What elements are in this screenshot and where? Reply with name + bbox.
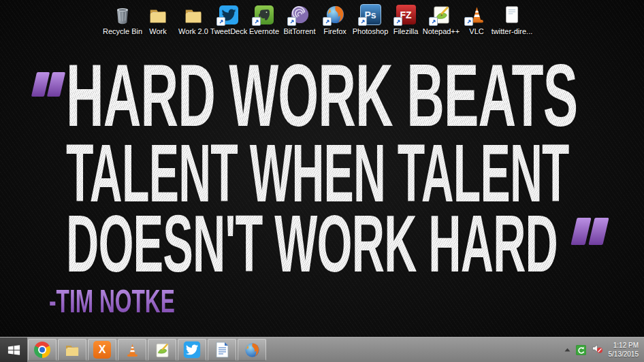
folder-icon	[181, 3, 206, 27]
desktop-icon-label: Work 2.0	[178, 27, 208, 35]
taskbar-button-writer-document[interactable]	[208, 339, 236, 361]
clock-date: 5/13/2015	[609, 350, 639, 359]
vlc-icon	[124, 342, 141, 359]
filezilla-icon: FZ	[393, 3, 418, 27]
desktop-icon-label: BitTorrent	[283, 27, 315, 35]
notepad-plus-plus-icon	[429, 3, 453, 27]
desktop-icon-photoshop[interactable]: Ps Photoshop	[353, 3, 388, 35]
desktop-icon-recycle-bin[interactable]: Recycle Bin	[105, 3, 140, 35]
recycle-bin-icon	[110, 3, 135, 27]
show-hidden-icons-button[interactable]	[564, 348, 570, 352]
desktop-icon-filezilla[interactable]: FZ Filezilla	[388, 3, 423, 35]
tweetdeck-icon	[216, 3, 241, 27]
twitter-icon	[183, 341, 201, 359]
taskbar-button-vlc[interactable]	[118, 339, 146, 361]
shortcut-arrow-badge	[358, 17, 367, 26]
desktop-icon-label: TweetDeck	[210, 27, 247, 35]
shortcut-arrow-badge	[464, 17, 473, 26]
firefox-icon	[244, 342, 261, 359]
desktop-icon-twitter-directory-file[interactable]: twitter-dire...	[494, 3, 530, 35]
desktop-icon-tweetdeck[interactable]: TweetDeck	[211, 3, 246, 35]
desktop-icon-notepad-plus-plus[interactable]: Notepad++	[423, 3, 459, 35]
close-quote-mark	[574, 218, 606, 245]
xampp-icon: X	[93, 341, 111, 359]
vlc-icon	[464, 3, 489, 27]
system-tray: 1:12 PM 5/13/2015	[564, 338, 644, 362]
shortcut-arrow-badge	[323, 17, 332, 26]
taskbar-button-chrome[interactable]	[28, 339, 57, 361]
shortcut-arrow-badge	[216, 17, 225, 26]
shortcut-arrow-badge	[429, 17, 438, 26]
desktop-icon-vlc[interactable]: VLC	[459, 3, 494, 35]
open-quote-mark	[34, 72, 63, 97]
quote-line-3: DOESN'T WORK HARD	[66, 203, 558, 284]
desktop-icon-label: twitter-dire...	[492, 27, 533, 35]
chevron-up-icon	[564, 348, 570, 352]
taskbar-button-xampp[interactable]: X	[88, 339, 116, 361]
notepad-plus-plus-icon	[154, 342, 171, 359]
chrome-icon	[34, 342, 50, 358]
desktop-icon-evernote[interactable]: Evernote	[246, 3, 282, 35]
quote-line-1: HARD WORK BEATS	[66, 51, 577, 139]
desktop-icon-label: Photoshop	[353, 27, 389, 35]
desktop-icon-grid: Recycle Bin Work Work 2.0	[105, 3, 530, 35]
writer-document-icon	[214, 341, 230, 359]
desktop-icon-label: Notepad++	[423, 27, 460, 35]
desktop-icon-firefox[interactable]: Firefox	[317, 3, 353, 35]
taskbar-button-firefox[interactable]	[238, 339, 266, 361]
bittorrent-icon	[287, 3, 312, 27]
desktop-icon-work[interactable]: Work	[140, 3, 176, 35]
desktop-icon-label: Work	[149, 27, 166, 35]
start-button[interactable]	[0, 338, 27, 362]
shortcut-arrow-badge	[393, 17, 402, 26]
evernote-icon	[252, 3, 276, 27]
desktop: HARD WORK BEATS TALENT WHEN TALENT DOESN…	[0, 0, 644, 362]
taskbar-button-file-explorer[interactable]	[58, 339, 86, 361]
photoshop-icon: Ps	[358, 3, 383, 27]
text-file-icon	[500, 3, 524, 27]
folder-icon	[146, 3, 170, 27]
desktop-icon-work-2-0[interactable]: Work 2.0	[176, 3, 211, 35]
desktop-icon-label: Recycle Bin	[103, 27, 142, 35]
shortcut-arrow-badge	[287, 17, 296, 26]
desktop-icon-label: Evernote	[249, 27, 279, 35]
tray-green-sync-icon[interactable]	[576, 345, 586, 355]
desktop-icon-bittorrent[interactable]: BitTorrent	[282, 3, 317, 35]
windows-logo-icon	[7, 343, 21, 357]
firefox-icon	[323, 3, 347, 27]
taskbar: X	[0, 337, 644, 362]
quote-attribution: -TIM NOTKE	[49, 285, 175, 318]
taskbar-clock[interactable]: 1:12 PM 5/13/2015	[609, 341, 639, 359]
desktop-icon-label: Firefox	[323, 27, 347, 35]
volume-muted-icon[interactable]	[592, 343, 603, 357]
desktop-icon-label: Filezilla	[393, 27, 419, 35]
desktop-icon-label: VLC	[469, 27, 483, 35]
shortcut-arrow-badge	[252, 17, 261, 26]
taskbar-button-notepad-plus-plus[interactable]	[148, 339, 176, 361]
taskbar-button-twitter[interactable]	[178, 339, 206, 361]
clock-time: 1:12 PM	[609, 341, 639, 350]
file-explorer-folder-icon	[63, 342, 81, 358]
